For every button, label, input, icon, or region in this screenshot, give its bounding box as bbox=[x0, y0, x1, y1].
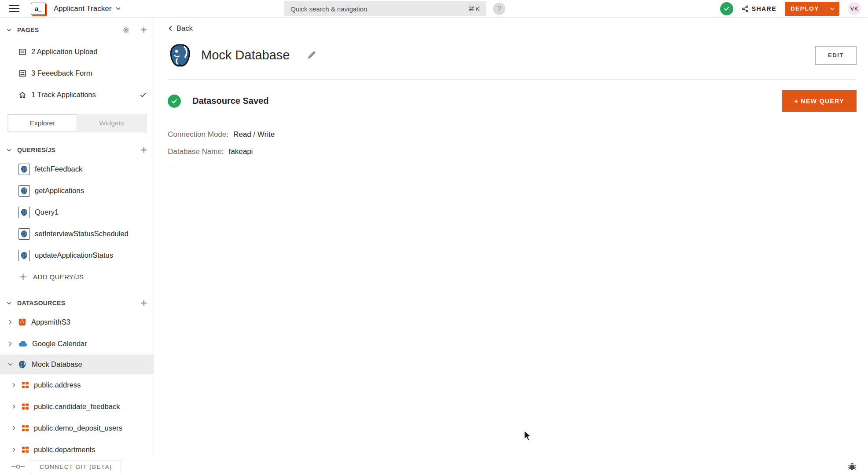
chevron-down-icon bbox=[115, 6, 121, 11]
new-query-button[interactable]: + NEW QUERY bbox=[782, 90, 857, 112]
query-item[interactable]: fetchFeedback bbox=[0, 158, 154, 180]
pages-header-label: PAGES bbox=[17, 26, 39, 33]
sidebar-item-page-application-upload[interactable]: 2 Application Upload bbox=[0, 41, 154, 62]
query-item[interactable]: setInterviewStatusScheduled bbox=[0, 223, 154, 245]
queries-section-header[interactable]: QUERIES/JS bbox=[0, 144, 154, 156]
user-avatar[interactable]: VK bbox=[848, 2, 861, 15]
datasource-label: AppsmithS3 bbox=[31, 318, 70, 326]
postgres-icon bbox=[18, 207, 30, 218]
share-label: SHARE bbox=[752, 5, 776, 12]
chevron-right-icon[interactable] bbox=[11, 382, 17, 388]
tab-widgets[interactable]: Widgets bbox=[77, 114, 146, 132]
query-label: getApplications bbox=[35, 186, 84, 195]
search-input[interactable]: Quick search & navigation ⌘ K bbox=[284, 1, 486, 16]
tab-explorer-label: Explorer bbox=[30, 119, 55, 127]
help-label: ? bbox=[497, 5, 501, 13]
git-commit-icon bbox=[11, 464, 25, 470]
datasource-item-google-calendar[interactable]: Google Calendar bbox=[0, 333, 154, 354]
query-item[interactable]: getApplications bbox=[0, 180, 154, 201]
query-label: updateApplicationStatus bbox=[35, 251, 113, 259]
table-icon bbox=[22, 446, 29, 453]
datasources-header-label: DATASOURCES bbox=[17, 300, 65, 307]
back-button[interactable]: Back bbox=[168, 24, 193, 33]
chevron-down-icon bbox=[6, 27, 12, 33]
chevron-left-icon bbox=[168, 25, 173, 32]
menu-icon[interactable] bbox=[9, 5, 19, 12]
datasource-header: Mock Database EDIT bbox=[168, 43, 857, 68]
query-label: fetchFeedback bbox=[35, 165, 82, 173]
postgres-icon bbox=[18, 228, 30, 240]
appsmith-logo: a_ bbox=[31, 3, 46, 15]
app-title-menu[interactable]: Applicant Tracker bbox=[54, 4, 121, 13]
search-placeholder: Quick search & navigation bbox=[291, 5, 367, 13]
home-icon bbox=[18, 91, 26, 99]
connect-git-button[interactable]: CONNECT GIT (BETA) bbox=[31, 460, 121, 473]
main-divider bbox=[168, 167, 857, 167]
deploy-chevron-icon[interactable] bbox=[825, 6, 839, 11]
database-name-row: Database Name: fakeapi bbox=[168, 147, 857, 156]
query-item[interactable]: updateApplicationStatus bbox=[0, 245, 154, 266]
appsmith-icon bbox=[18, 318, 26, 326]
datasource-label: Mock Database bbox=[32, 360, 82, 369]
page-icon bbox=[18, 48, 26, 56]
main-content: Back Mock Database EDIT Datasource Saved… bbox=[154, 18, 868, 458]
app-title: Applicant Tracker bbox=[54, 4, 111, 13]
chevron-right-icon[interactable] bbox=[11, 447, 17, 453]
sidebar-item-page-track-applications[interactable]: 1 Track Applications bbox=[0, 84, 154, 106]
pages-section-header[interactable]: PAGES bbox=[0, 24, 154, 36]
add-query-plus-icon[interactable] bbox=[140, 146, 147, 153]
table-item[interactable]: public.address bbox=[0, 374, 154, 396]
chevron-right-icon[interactable] bbox=[7, 341, 13, 347]
help-button[interactable]: ? bbox=[493, 3, 505, 15]
datasource-fields: Connection Mode: Read / Write Database N… bbox=[168, 130, 857, 156]
sidebar-divider bbox=[0, 138, 154, 138]
table-item[interactable]: public.demo_deposit_users bbox=[0, 417, 154, 439]
plus-icon bbox=[19, 273, 27, 281]
sidebar-item-page-feedback-form[interactable]: 3 Feeedback Form bbox=[0, 62, 154, 84]
postgres-icon bbox=[18, 164, 30, 175]
table-item[interactable]: public.departments bbox=[0, 439, 154, 458]
chevron-right-icon[interactable] bbox=[11, 425, 17, 431]
status-label: Datasource Saved bbox=[192, 96, 268, 106]
table-label: public.departments bbox=[34, 446, 95, 454]
cloud-icon bbox=[18, 340, 27, 347]
page-label: 2 Application Upload bbox=[31, 48, 97, 56]
chevron-down-icon[interactable] bbox=[7, 362, 13, 367]
search-shortcut: ⌘ K bbox=[468, 5, 480, 12]
tab-explorer[interactable]: Explorer bbox=[8, 114, 77, 132]
postgres-icon bbox=[18, 360, 27, 369]
table-label: public.candidate_feedback bbox=[34, 402, 120, 411]
add-datasource-plus-icon[interactable] bbox=[140, 300, 147, 307]
add-query-js-label: ADD QUERY/JS bbox=[33, 273, 84, 281]
table-label: public.demo_deposit_users bbox=[34, 424, 122, 432]
page-settings-gear-icon[interactable] bbox=[122, 26, 130, 34]
table-label: public.address bbox=[34, 381, 81, 389]
edit-button[interactable]: EDIT bbox=[815, 46, 857, 65]
add-query-js-button[interactable]: ADD QUERY/JS bbox=[0, 266, 154, 288]
deploy-label: DEPLOY bbox=[785, 5, 825, 12]
datasources-section-header[interactable]: DATASOURCES bbox=[0, 297, 154, 309]
datasource-item-mock-database[interactable]: Mock Database bbox=[0, 354, 154, 374]
postgres-icon bbox=[18, 250, 30, 261]
topbar-actions: SHARE DEPLOY VK bbox=[720, 2, 861, 16]
datasource-label: Google Calendar bbox=[32, 340, 87, 348]
datasource-title: Mock Database bbox=[201, 48, 290, 62]
sidebar-divider bbox=[0, 291, 154, 291]
query-label: setInterviewStatusScheduled bbox=[35, 230, 129, 238]
share-button[interactable]: SHARE bbox=[742, 5, 776, 12]
chevron-right-icon[interactable] bbox=[11, 404, 17, 409]
datasource-item-appsmiths3[interactable]: AppsmithS3 bbox=[0, 311, 154, 333]
queries-header-label: QUERIES/JS bbox=[17, 146, 55, 153]
add-page-plus-icon[interactable] bbox=[140, 26, 147, 33]
postgres-logo bbox=[168, 43, 193, 68]
debug-bug-icon[interactable] bbox=[848, 462, 857, 471]
datasource-status-row: Datasource Saved + NEW QUERY bbox=[168, 90, 857, 112]
chevron-right-icon[interactable] bbox=[7, 319, 13, 325]
edit-name-pencil-icon[interactable] bbox=[307, 51, 316, 60]
table-icon bbox=[22, 381, 29, 389]
query-item[interactable]: Query1 bbox=[0, 201, 154, 223]
page-label: 3 Feeedback Form bbox=[31, 69, 92, 77]
table-item[interactable]: public.candidate_feedback bbox=[0, 396, 154, 417]
deploy-button[interactable]: DEPLOY bbox=[785, 2, 839, 16]
postgres-icon bbox=[18, 185, 30, 197]
